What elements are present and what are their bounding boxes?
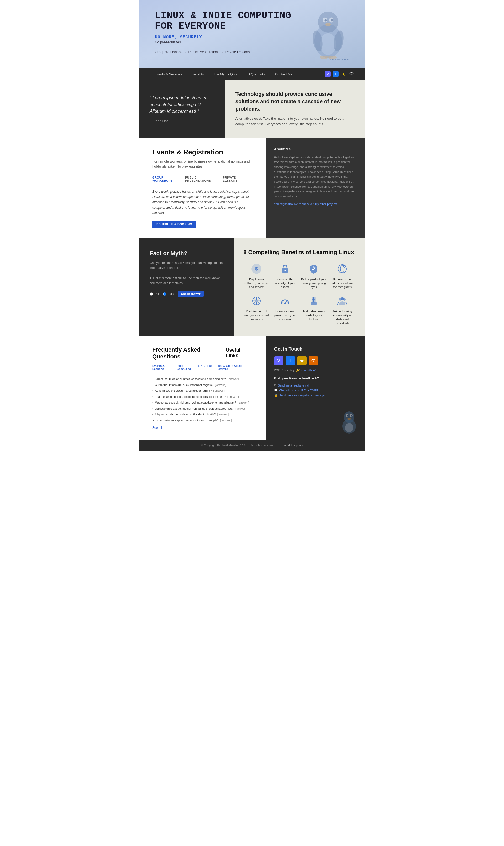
money-icon: $ [250,263,263,275]
faq-item-3: Aenean sed elit pretium arcu aliquet rut… [152,388,253,394]
svg-point-1 [320,33,336,55]
facebook-icon[interactable]: f [333,71,339,77]
tools-icon [307,294,320,307]
site-title: Linux & Indie Computing For Everyone [155,11,291,31]
faq-item-1: Lorem ipsum dolor sit amet, consectetur … [152,376,253,382]
faq-tab-foss[interactable]: Free & Open-Source Software [217,364,248,371]
schedule-booking-button[interactable]: Schedule & Booking [152,220,196,228]
quote-left: " Lorem ipsum dolor sit amet, consectetu… [139,80,225,138]
tab-public-presentations[interactable]: Public Presentations [185,174,218,184]
tab-private-lessons[interactable]: Private Lessons [223,174,247,184]
faq-item-7: Aliquam a odio vehicula nunc tincidunt l… [152,411,253,417]
svg-line-31 [254,302,255,304]
svg-line-28 [254,298,255,300]
faq-tab-events[interactable]: Events & Lessons [152,364,173,371]
legal-link[interactable]: Legal fine prints [283,444,303,447]
header-link-workshops[interactable]: Group Workshops [155,50,182,54]
quiz-question: 1. Linux is more difficult to use than t… [150,276,223,286]
pgp-line: PGP Public Key: 🔑 what's this? [274,368,357,372]
events-tabs: Group Workshops Public Presentations Pri… [152,174,253,184]
svg-point-5 [324,19,327,21]
tab-group-workshops[interactable]: Group Workshops [152,174,180,184]
benefit-security: Increase the security of your assets [272,263,298,289]
svg-line-33 [285,301,287,304]
contact-questions-title: Got questions or feedback? [274,376,357,380]
faq-item-6: Quisque eros augue, feugiat non dui quis… [152,406,253,412]
svg-point-47 [345,423,353,432]
svg-line-35 [284,300,284,300]
events-section: Events & Registration For remote workers… [139,138,365,238]
tux-mascot: Tux, Linux mascot [307,5,349,58]
nav-events[interactable]: Events & Services [150,68,187,80]
wifi-icon[interactable] [348,71,354,77]
mastodon-icon[interactable]: M [325,71,331,77]
quote-body: Alternatives exist. Take the matter into… [235,116,354,127]
header-link-presentations[interactable]: Public Presentations [188,50,219,54]
benefit-privacy: Better protect your privacy from prying … [301,263,327,289]
svg-line-38 [287,302,288,303]
people-icon [336,294,348,307]
check-answer-button[interactable]: Check answer [178,291,204,297]
main-nav: Events & Services Benefits The Myths Qui… [139,68,365,80]
about-title: About Me [274,147,357,151]
quote-text: " Lorem ipsum dolor sit amet, consectetu… [150,94,214,115]
svg-line-30 [257,298,259,300]
globe-icon: X [336,263,348,275]
benefits-grid: $ Pay less in software, hardware and ser… [243,263,356,326]
tux-bottom-mascot [339,408,360,435]
nav-myths[interactable]: The Myths Quiz [209,68,242,80]
contact-star-icon[interactable]: ★ [297,356,307,365]
svg-point-16 [313,266,315,268]
quote-author: — John Doe [150,119,214,123]
quiz-title: Fact or Myth? [150,250,223,257]
lock-icon [279,263,291,275]
svg-point-48 [344,411,354,423]
footer: © Copyright Raphaël Messier, 2024 — All … [139,440,365,451]
contact-wifi-icon[interactable] [309,356,318,365]
nav-contact[interactable]: Contact Me [270,68,297,80]
nav-benefits[interactable]: Benefits [187,68,209,80]
faq-tab-gnu[interactable]: GNU/Linux [198,364,212,371]
faq-left: Frequently Asked Questions Useful Links … [139,336,266,440]
faq-title: Frequently Asked Questions [152,346,226,360]
svg-point-10 [320,56,328,59]
svg-line-34 [282,302,283,303]
title-line1: Linux & Indie Computing [155,10,291,21]
quiz-option-true[interactable]: True [150,292,160,296]
benefit-pay-less: $ Pay less in software, hardware and ser… [243,263,269,289]
quiz-desc: Can you tell them apart? Test your knowl… [150,260,223,270]
events-body: Every week, practice hands-on skills and… [152,189,253,216]
faq-tabs: Events & Lessons Indie Computing GNU/Lin… [152,364,253,372]
benefit-tools: Add extra power tools to your toolbox [301,294,327,326]
see-all-link[interactable]: See all [152,426,162,430]
faq-item-2: Curabitur ultrices orci et ex imperdiet … [152,382,253,388]
nav-social: M f ★ [325,71,354,77]
quiz-options: True False Check answer [150,291,223,297]
other-projects-link[interactable]: You might also like to check out my othe… [274,202,357,206]
contact-mastodon-icon[interactable]: M [274,356,284,365]
svg-point-45 [341,297,344,300]
star-icon[interactable]: ★ [341,71,346,77]
contact-email[interactable]: ✉ Send me a regular email [274,383,357,388]
nav-faq[interactable]: FAQ & Links [242,68,270,80]
contact-icons: M f ★ [274,356,357,365]
faq-tab-indie[interactable]: Indie Computing [177,364,194,371]
contact-secure[interactable]: 🔒 Send me a secure private message [274,393,357,398]
contact-facebook-icon[interactable]: f [286,356,295,365]
benefit-independent: X Become more independent from the tech … [329,263,356,289]
faq-item-4: Etiam et arcu suscipit, tincidunt nunc q… [152,394,253,400]
contact-questions: Got questions or feedback? ✉ Send me a r… [274,376,357,398]
site-header: Linux & Indie Computing For Everyone DO … [139,0,365,68]
svg-text:$: $ [255,266,258,271]
svg-point-7 [325,23,331,26]
header-link-lessons[interactable]: Private Lessons [226,50,250,54]
events-desc: For remote workers, online business owne… [152,159,253,169]
benefit-control: Reclaim control over your means of produ… [243,294,269,326]
quote-tagline: Technology should provide conclusive sol… [235,90,354,112]
quiz-option-false[interactable]: False [163,292,175,296]
benefit-community: Join a thriving community of dedicated i… [329,294,356,326]
pgp-whats-this[interactable]: what's this? [301,368,316,372]
quote-section: " Lorem ipsum dolor sit amet, consectetu… [139,80,365,138]
contact-irc[interactable]: 💬 Chat with me on IRC or XMPP [274,388,357,393]
svg-point-2 [318,12,338,33]
